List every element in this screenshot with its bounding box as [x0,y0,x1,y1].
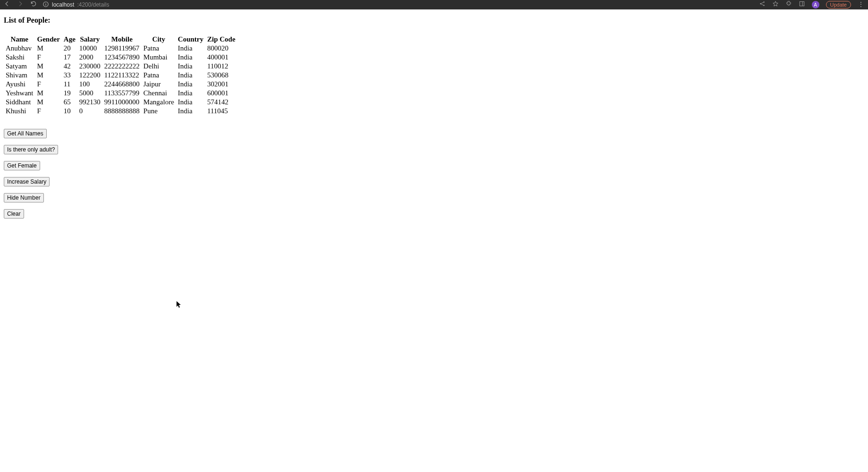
cell-salary: 0 [77,107,102,116]
svg-line-7 [761,4,763,5]
extensions-icon[interactable] [785,0,792,9]
browser-toolbar: localhost:4200/details A Update ⋮ [0,0,868,9]
increase-salary-button[interactable]: Increase Salary [4,177,50,186]
cell-age: 20 [62,44,77,53]
cell-zip: 574142 [205,98,237,107]
cell-zip: 600001 [205,89,237,98]
cell-name: Ayushi [4,80,35,89]
cell-age: 65 [62,98,77,107]
cell-salary: 2000 [77,53,102,62]
cell-age: 19 [62,89,77,98]
back-icon[interactable] [4,0,10,9]
people-table: Name Gender Age Salary Mobile City Count… [4,35,237,116]
cell-country: India [176,98,205,107]
header-city: City [142,35,176,44]
cell-zip: 111045 [205,107,237,116]
cell-country: India [176,89,205,98]
more-menu-icon[interactable]: ⋮ [858,1,864,8]
panel-icon[interactable] [799,0,805,9]
header-gender: Gender [35,35,61,44]
cell-age: 33 [62,71,77,80]
cell-city: Patna [142,71,176,80]
table-row: SatyamM422300002222222222DelhiIndia11001… [4,62,237,71]
svg-point-5 [763,5,764,6]
cell-city: Jaipur [142,80,176,89]
svg-line-6 [761,2,763,3]
table-row: AnubhavM20100001298119967PatnaIndia80002… [4,44,237,53]
address-bar[interactable]: localhost:4200/details [42,1,753,9]
cell-country: India [176,53,205,62]
url-host: localhost [52,1,74,8]
cell-city: Delhi [142,62,176,71]
header-name: Name [4,35,35,44]
cell-age: 11 [62,80,77,89]
cell-gender: M [35,71,61,80]
cell-name: Anubhav [4,44,35,53]
cell-salary: 230000 [77,62,102,71]
get-female-button[interactable]: Get Female [4,161,40,170]
cell-name: Khushi [4,107,35,116]
cell-age: 10 [62,107,77,116]
cell-name: Siddhant [4,98,35,107]
clear-button[interactable]: Clear [4,209,24,219]
cell-city: Pune [142,107,176,116]
toolbar-right: A Update ⋮ [759,0,864,9]
cell-salary: 100 [77,80,102,89]
table-row: SiddhantM659921309911000000MangaloreIndi… [4,98,237,107]
avatar[interactable]: A [812,1,819,8]
cell-salary: 122200 [77,71,102,80]
table-row: SakshiF1720001234567890MumbaiIndia400001 [4,53,237,62]
cell-age: 17 [62,53,77,62]
action-buttons: Get All Names Is there only adult? Get F… [4,129,864,219]
svg-point-4 [763,1,764,2]
cell-name: Shivam [4,71,35,80]
page-content: List of People: Name Gender Age Salary M… [0,9,868,229]
cell-salary: 10000 [77,44,102,53]
cell-mobile: 1298119967 [102,44,142,53]
cell-city: Patna [142,44,176,53]
cell-zip: 530068 [205,71,237,80]
hide-number-button[interactable]: Hide Number [4,193,44,202]
share-icon[interactable] [759,0,766,9]
cell-age: 42 [62,62,77,71]
is-only-adult-button[interactable]: Is there only adult? [4,145,58,154]
cell-gender: M [35,98,61,107]
cell-mobile: 2222222222 [102,62,142,71]
cell-gender: M [35,44,61,53]
cell-gender: M [35,89,61,98]
cell-mobile: 1122113322 [102,71,142,80]
cell-gender: F [35,53,61,62]
cell-country: India [176,62,205,71]
get-all-names-button[interactable]: Get All Names [4,129,47,138]
site-info-icon[interactable] [42,1,49,9]
cell-gender: F [35,80,61,89]
cell-salary: 5000 [77,89,102,98]
cell-country: India [176,71,205,80]
table-header-row: Name Gender Age Salary Mobile City Count… [4,35,237,44]
svg-rect-8 [800,1,804,6]
reload-icon[interactable] [30,0,37,9]
cell-country: India [176,80,205,89]
cell-name: Satyam [4,62,35,71]
header-salary: Salary [77,35,102,44]
cell-gender: M [35,62,61,71]
cell-city: Chennai [142,89,176,98]
cell-name: Yeshwant [4,89,35,98]
page-title: List of People: [4,16,864,25]
bookmark-star-icon[interactable] [772,0,779,9]
cell-zip: 302001 [205,80,237,89]
cell-name: Sakshi [4,53,35,62]
table-row: AyushiF111002244668800JaipurIndia302001 [4,80,237,89]
header-mobile: Mobile [102,35,142,44]
update-button[interactable]: Update [826,1,851,8]
table-row: YeshwantM1950001133557799ChennaiIndia600… [4,89,237,98]
cell-zip: 110012 [205,62,237,71]
cell-country: India [176,107,205,116]
forward-icon[interactable] [17,0,24,9]
cell-zip: 800020 [205,44,237,53]
header-zip: Zip Code [205,35,237,44]
header-age: Age [62,35,77,44]
url-path: :4200/details [77,1,109,8]
cell-mobile: 9911000000 [102,98,142,107]
cell-gender: F [35,107,61,116]
